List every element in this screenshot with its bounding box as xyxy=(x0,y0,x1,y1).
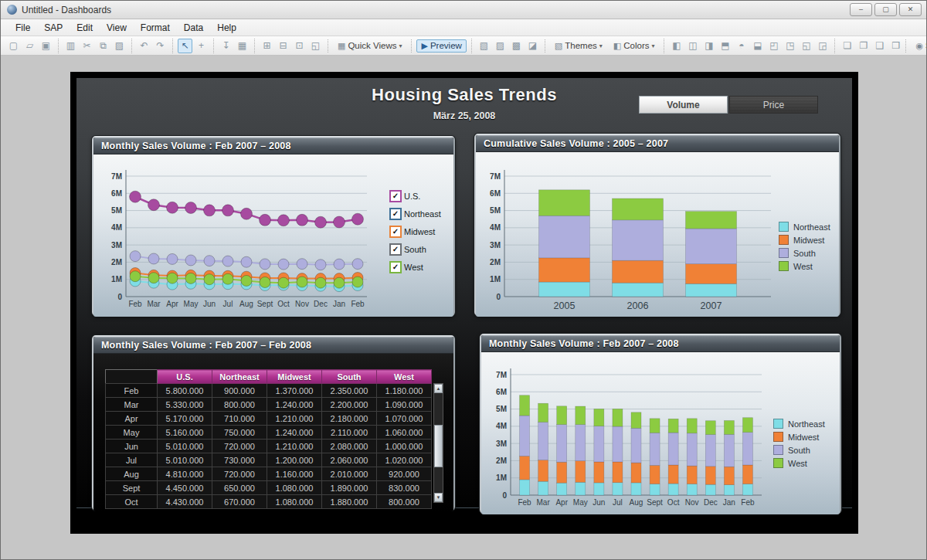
save-icon[interactable]: ▣ xyxy=(39,39,53,53)
svg-text:1M: 1M xyxy=(496,473,507,482)
cell: 1.890.000 xyxy=(322,481,377,495)
redo-icon[interactable]: ↷ xyxy=(153,39,168,53)
svg-text:3M: 3M xyxy=(496,440,507,448)
menu-file[interactable]: File xyxy=(8,21,37,35)
copy-icon[interactable]: ⧉ xyxy=(96,39,110,53)
cell: 650.000 xyxy=(212,481,267,495)
menu-help[interactable]: Help xyxy=(210,21,243,35)
monthly-table-panel: Monthly Sales Volume : Feb 2007 – Feb 20… xyxy=(92,335,455,511)
start-page-button[interactable]: ◉Start Page xyxy=(911,39,926,53)
canvas-resize-icon[interactable]: ◱ xyxy=(308,39,323,53)
align-left-icon[interactable]: ◧ xyxy=(669,39,684,53)
open-icon[interactable]: ▱ xyxy=(22,39,37,53)
line-chart: 01M2M3M4M5M6M7MFebMarAprMayJunJulAugSept… xyxy=(100,156,372,312)
cell: 800.000 xyxy=(377,495,432,509)
align-bottom-icon[interactable]: ⬓ xyxy=(750,39,765,53)
new-icon[interactable]: ▢ xyxy=(6,39,21,53)
dropdown-arrow-icon: ▾ xyxy=(651,42,654,49)
themes-icon: ▧ xyxy=(555,41,562,51)
scrollbar-down-button[interactable]: ▼ xyxy=(434,493,443,502)
colors-button[interactable]: ◧Colors▾ xyxy=(609,39,660,53)
maximize-button[interactable]: ▢ xyxy=(874,3,897,16)
align-center-icon[interactable]: ◫ xyxy=(685,39,700,53)
svg-text:Nov: Nov xyxy=(685,498,699,507)
legend-item-south: South xyxy=(779,246,830,260)
legend-checkbox-northeast[interactable]: ✓ xyxy=(389,208,402,220)
legend-checkbox-us[interactable]: ✓ xyxy=(389,190,402,202)
legend-checkbox-west[interactable]: ✓ xyxy=(389,261,402,273)
svg-text:Oct: Oct xyxy=(667,498,680,507)
svg-text:2M: 2M xyxy=(496,456,507,465)
colors-icon: ◧ xyxy=(613,41,621,51)
export-icon[interactable]: ▧ xyxy=(477,39,491,53)
preview-button[interactable]: ▶Preview xyxy=(416,39,466,53)
cell: 1.240.000 xyxy=(267,398,322,412)
import-spreadsheet-icon[interactable]: ↧ xyxy=(219,39,233,53)
svg-text:May: May xyxy=(573,498,588,507)
align-middle-icon[interactable]: ◓ xyxy=(734,39,749,53)
align-top-icon[interactable]: ⬒ xyxy=(718,39,732,53)
canvas-increase-icon[interactable]: ⊞ xyxy=(260,39,274,53)
send-to-back-icon[interactable]: ❒ xyxy=(888,39,903,53)
volume-price-toggle: Volume Price xyxy=(639,96,818,114)
themes-button[interactable]: ▧Themes▾ xyxy=(550,39,607,53)
svg-text:Apr: Apr xyxy=(555,498,568,507)
sales-table: U.S.NortheastMidwestSouthWestFeb5.800.00… xyxy=(105,369,432,509)
menu-format[interactable]: Format xyxy=(134,21,177,35)
canvas-decrease-icon[interactable]: ⊟ xyxy=(276,39,290,53)
svg-text:2006: 2006 xyxy=(627,300,649,311)
send-backward-icon[interactable]: ❑ xyxy=(872,39,887,53)
cut-icon[interactable]: ✂ xyxy=(80,39,94,53)
bring-to-front-icon[interactable]: ❏ xyxy=(840,39,854,53)
align-right-icon[interactable]: ◨ xyxy=(701,39,716,53)
panel-header: Monthly Sales Volume : Feb 2007 – 2008 xyxy=(481,335,840,352)
menu-sap[interactable]: SAP xyxy=(37,21,70,35)
minimize-button[interactable]: ‒ xyxy=(850,3,872,16)
same-height-icon[interactable]: ◲ xyxy=(815,39,830,53)
add-component-icon[interactable]: + xyxy=(194,39,209,53)
svg-text:2007: 2007 xyxy=(701,300,722,311)
data-manager-icon[interactable]: ▦ xyxy=(235,39,250,53)
svg-text:2005: 2005 xyxy=(554,300,576,311)
menu-view[interactable]: View xyxy=(100,21,134,35)
legend-checkbox-midwest[interactable]: ✓ xyxy=(389,226,402,238)
preview-icon: ▶ xyxy=(421,41,427,51)
scrollbar-up-button[interactable]: ▲ xyxy=(434,384,443,393)
close-button[interactable]: ✕ xyxy=(899,3,922,16)
cell: 5.800.000 xyxy=(158,384,212,398)
table-row: Mar5.330.000800.0001.240.0002.200.0001.0… xyxy=(106,398,432,412)
canvas-fit-icon[interactable]: ⊡ xyxy=(292,39,307,53)
cell: 1.090.000 xyxy=(377,398,432,412)
export-pdf-icon[interactable]: ▨ xyxy=(493,39,508,53)
legend-label: South xyxy=(788,446,810,455)
legend-label: West xyxy=(793,262,813,271)
legend-label: South xyxy=(404,245,426,254)
table-scrollbar[interactable]: ▲ ▼ xyxy=(433,383,443,503)
bring-forward-icon[interactable]: ❐ xyxy=(856,39,871,53)
cell: 2.060.000 xyxy=(322,453,377,467)
legend-checkbox-south[interactable]: ✓ xyxy=(389,243,402,256)
space-vertical-icon[interactable]: ◳ xyxy=(783,39,797,53)
price-toggle-button[interactable]: Price xyxy=(729,96,818,114)
same-width-icon[interactable]: ◱ xyxy=(799,39,813,53)
svg-text:Jan: Jan xyxy=(333,300,345,308)
svg-text:0: 0 xyxy=(502,491,507,500)
export-ppt-icon[interactable]: ▩ xyxy=(509,39,524,53)
volume-toggle-button[interactable]: Volume xyxy=(639,96,728,114)
legend-color-chip xyxy=(779,222,789,232)
row-label: Mar xyxy=(106,398,158,412)
cell: 830.000 xyxy=(377,481,432,495)
quick-views-button[interactable]: ▦Quick Views▾ xyxy=(333,39,406,53)
menu-data[interactable]: Data xyxy=(177,21,210,35)
window-title: Untitled - Dashboards xyxy=(22,5,111,15)
scrollbar-thumb[interactable] xyxy=(434,425,443,467)
paste-icon[interactable]: ▨ xyxy=(112,39,127,53)
print-icon[interactable]: ▥ xyxy=(63,39,78,53)
space-horizontal-icon[interactable]: ◰ xyxy=(766,39,781,53)
send-email-icon[interactable]: ◪ xyxy=(525,39,540,53)
undo-icon[interactable]: ↶ xyxy=(137,39,151,53)
select-tool-icon[interactable]: ↖ xyxy=(178,39,192,53)
cell: 720.000 xyxy=(212,440,267,453)
menu-edit[interactable]: Edit xyxy=(70,21,100,35)
cell: 800.000 xyxy=(212,398,267,412)
